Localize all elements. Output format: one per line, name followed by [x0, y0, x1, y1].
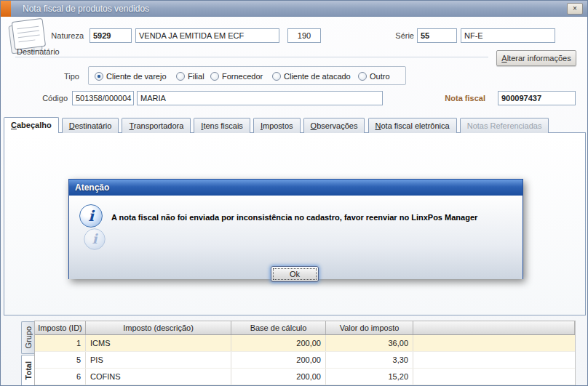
natureza-code-field[interactable]: 5929	[90, 28, 132, 43]
radio-icon	[210, 72, 219, 81]
serie-modelo-field[interactable]: NF-E	[461, 28, 555, 43]
radio-filial[interactable]: Filial	[176, 71, 204, 82]
tab-impostos[interactable]: Impostos	[253, 118, 301, 133]
tab-nota-fiscal-eletronica[interactable]: Nota fiscal eletrônica	[368, 118, 457, 133]
destinatario-divider	[15, 57, 488, 57]
header-filler	[413, 321, 575, 334]
table-row[interactable]: 6 COFINS 200,00 15,20	[35, 369, 575, 385]
tab-destinatario[interactable]: Destinatário	[62, 118, 119, 133]
cell-id: 5	[35, 352, 86, 368]
radio-cliente-atacado[interactable]: Cliente de atacado	[272, 71, 351, 82]
natureza-cfop-field[interactable]: 190	[287, 28, 321, 43]
table-row[interactable]: 1 ICMS 200,00 36,00	[35, 335, 575, 352]
cell-valor: 15,20	[326, 369, 413, 385]
cell-base: 200,00	[231, 335, 326, 351]
table-row[interactable]: 5 PIS 200,00 3,30	[35, 352, 575, 369]
dialog-titlebar[interactable]: Atenção	[69, 180, 523, 196]
tab-cabecalho[interactable]: Cabeçalho	[4, 117, 59, 133]
cell-id: 6	[35, 369, 86, 385]
tab-strip: Cabeçalho Destinatário Transportadora It…	[4, 117, 549, 133]
radio-outro[interactable]: Outro	[358, 71, 390, 82]
cell-id: 1	[35, 335, 86, 351]
serie-field[interactable]: 55	[417, 28, 457, 43]
codigo-field[interactable]: 501358/000004	[72, 91, 134, 105]
radio-icon	[176, 72, 185, 81]
ok-button[interactable]: Ok	[271, 266, 319, 282]
header-valor-imposto[interactable]: Valor do imposto	[326, 321, 413, 334]
header-imposto-id[interactable]: Imposto (ID)	[35, 321, 86, 334]
invoice-window: Nota fiscal de produtos vendidos × Natur…	[0, 0, 588, 386]
alterar-informacoes-button[interactable]: Alterar informações	[496, 50, 576, 66]
cell-filler	[413, 335, 575, 351]
window-title: Nota fiscal de produtos vendidos	[23, 4, 149, 14]
header-base-calculo[interactable]: Base de cálculo	[231, 321, 326, 334]
info-icon: i	[79, 204, 103, 228]
nota-fiscal-label: Nota fiscal	[436, 94, 485, 102]
cell-filler	[413, 352, 575, 368]
nota-fiscal-field[interactable]: 900097437	[498, 91, 576, 105]
window-titlebar[interactable]: Nota fiscal de produtos vendidos ×	[1, 1, 587, 17]
cell-base: 200,00	[231, 369, 326, 385]
close-button[interactable]: ×	[567, 3, 583, 15]
radio-cliente-varejo[interactable]: Cliente de varejo	[95, 71, 167, 82]
cliente-nome-field[interactable]: MARIA	[137, 91, 383, 105]
natureza-label: Natureza	[43, 31, 84, 40]
tipo-label: Tipo	[44, 72, 79, 81]
radio-icon	[95, 72, 103, 81]
radio-fornecedor[interactable]: Fornecedor	[210, 71, 263, 82]
cell-valor: 3,30	[326, 352, 413, 368]
app-icon	[1, 1, 11, 17]
radio-icon	[358, 72, 367, 81]
radio-icon	[272, 72, 281, 81]
destinatario-group-label: Destinatário	[17, 47, 60, 56]
atencao-dialog: Atenção i i A nota fiscal não foi enviad…	[68, 179, 523, 279]
cell-filler	[413, 369, 575, 385]
cell-descricao: COFINS	[86, 369, 231, 385]
side-tab-grupo[interactable]: Grupo	[21, 321, 34, 354]
cell-descricao: ICMS	[86, 335, 231, 351]
impostos-table: Imposto (ID) Imposto (descrição) Base de…	[34, 321, 576, 386]
tab-transportadora[interactable]: Transportadora	[122, 118, 191, 133]
natureza-desc-field[interactable]: VENDA JA EMITIDA EM ECF	[135, 28, 279, 43]
dialog-message: A nota fiscal não foi enviada por incons…	[111, 213, 510, 222]
codigo-label: Código	[30, 94, 68, 102]
table-header-row: Imposto (ID) Imposto (descrição) Base de…	[35, 321, 575, 335]
serie-label: Série	[379, 31, 414, 40]
tab-itens-fiscais[interactable]: Itens fiscais	[194, 118, 250, 133]
side-tab-total[interactable]: Total	[21, 355, 34, 386]
dialog-body: i i A nota fiscal não foi enviada por in…	[69, 196, 523, 279]
header-imposto-descricao[interactable]: Imposto (descrição)	[86, 321, 231, 334]
cell-base: 200,00	[231, 352, 326, 368]
tab-observacoes[interactable]: Observações	[303, 118, 365, 133]
cell-descricao: PIS	[86, 352, 231, 368]
tab-notas-referenciadas: Notas Referenciadas	[460, 118, 549, 133]
tipo-radio-group: Cliente de varejo Filial Fornecedor Clie…	[88, 66, 406, 85]
info-icon-ghost: i	[84, 228, 105, 249]
cell-valor: 36,00	[326, 335, 413, 351]
